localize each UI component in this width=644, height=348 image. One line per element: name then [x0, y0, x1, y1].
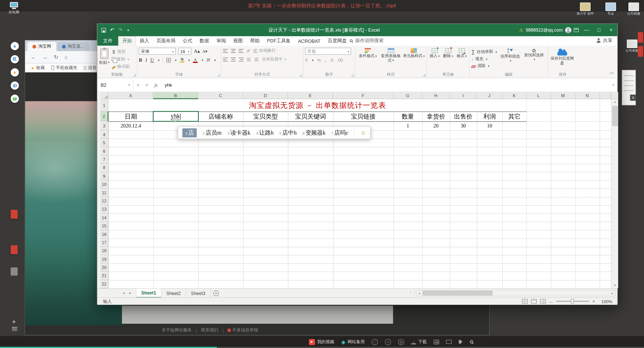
- phonetic-guide-icon[interactable]: 拼: [207, 58, 210, 63]
- ime-candidate-4[interactable]: 4让路h: [256, 129, 273, 136]
- column-header-G[interactable]: G: [393, 92, 422, 99]
- autosum-button[interactable]: ∑ 自动求和: [472, 49, 497, 55]
- column-header-I[interactable]: I: [450, 92, 477, 99]
- row-header-1[interactable]: 1: [100, 99, 108, 111]
- footer-link[interactable]: 关于短网址服务: [162, 327, 192, 333]
- scroll-right-icon[interactable]: [610, 290, 615, 296]
- zoom-out-icon[interactable]: [549, 299, 553, 304]
- underline-icon[interactable]: U: [150, 57, 154, 63]
- row-header-3[interactable]: 3: [100, 121, 108, 130]
- ie-browser-icon[interactable]: e: [11, 42, 19, 50]
- desktop-icon-0[interactable]: 第六节 初甲: [574, 3, 596, 16]
- id-app-icon[interactable]: iD: [11, 81, 19, 89]
- middle-align-icon[interactable]: [231, 48, 236, 53]
- player-play-button[interactable]: 我的视频: [309, 339, 334, 345]
- conditional-formatting-button[interactable]: 条件格式: [357, 48, 379, 72]
- minimize-button[interactable]: —: [580, 24, 593, 36]
- sheet-nav-left-icon[interactable]: [123, 291, 125, 295]
- formula-input[interactable]: yhk: [161, 83, 612, 87]
- new-sheet-button[interactable]: [213, 290, 219, 296]
- close-button[interactable]: ×: [605, 24, 617, 36]
- dialog-launcher-icon[interactable]: [217, 74, 220, 76]
- excel-titlebar[interactable]: ↶ ↷ 设计天下 - 出单数据统计一览表.xls [兼容模式] - Excel …: [97, 24, 617, 36]
- header-cell-F2[interactable]: 宝贝链接: [333, 111, 393, 121]
- column-header-D[interactable]: D: [243, 92, 288, 99]
- row-header-18[interactable]: 18: [100, 247, 108, 255]
- scroll-down-icon[interactable]: [612, 282, 618, 288]
- desktop-icon-1[interactable]: 毛去: [600, 3, 622, 16]
- row-header-20[interactable]: 20: [100, 263, 108, 272]
- percent-style-icon[interactable]: %: [317, 58, 321, 62]
- player-grid-button[interactable]: [434, 340, 439, 344]
- row-header-4[interactable]: 4: [100, 130, 108, 139]
- wangwang-icon[interactable]: 旺: [11, 55, 19, 63]
- phone-app-icon[interactable]: ☎: [11, 95, 19, 103]
- name-box[interactable]: B2: [97, 80, 133, 90]
- ribbon-tab-PDF工具集[interactable]: PDF工具集: [263, 36, 294, 46]
- delete-cells-button[interactable]: 删除: [442, 48, 454, 72]
- ribbon-tab-插入[interactable]: 插入: [136, 36, 153, 46]
- red-badge-icon[interactable]: [638, 32, 643, 43]
- align-right-icon[interactable]: [239, 57, 243, 61]
- ribbon-display-options-icon[interactable]: [574, 28, 579, 32]
- cell-G3[interactable]: 1: [393, 121, 422, 130]
- insert-function-icon[interactable]: fx: [152, 83, 160, 87]
- accounting-format-icon[interactable]: ¥: [305, 58, 307, 62]
- copy-button[interactable]: 复制: [112, 56, 130, 62]
- red-badge-icon[interactable]: [638, 46, 643, 57]
- bottom-align-icon[interactable]: [239, 48, 243, 53]
- align-left-icon[interactable]: [223, 57, 228, 61]
- row-header-17[interactable]: 17: [100, 238, 108, 247]
- ime-candidate-7[interactable]: 7店吗c: [331, 129, 348, 136]
- cell-J3[interactable]: 10: [477, 121, 502, 130]
- italic-icon[interactable]: I: [145, 57, 147, 63]
- row-header-19[interactable]: 19: [100, 255, 108, 263]
- player-zoom-button[interactable]: [470, 340, 473, 343]
- header-cell-J2[interactable]: 利润: [477, 111, 502, 121]
- row-header-12[interactable]: 12: [100, 197, 108, 205]
- desktop-icon-2[interactable]: 公司相册: [623, 3, 644, 16]
- ime-candidate-1[interactable]: 1店: [182, 128, 197, 137]
- ribbon-tab-ACROBAT[interactable]: ACROBAT: [294, 36, 324, 46]
- format-as-table-button[interactable]: 套用表格格式: [379, 48, 402, 72]
- player-target-button[interactable]: [398, 339, 404, 345]
- footer-link[interactable]: 不良信息举报: [228, 327, 258, 333]
- zoom-slider[interactable]: [556, 301, 589, 302]
- zoom-in-icon[interactable]: [592, 299, 595, 304]
- ribbon-tab-页面布局[interactable]: 页面布局: [153, 36, 179, 46]
- header-cell-G2[interactable]: 数量: [393, 111, 422, 121]
- wrap-text-button[interactable]: 自动换行: [253, 48, 276, 54]
- column-header-E[interactable]: E: [288, 92, 333, 99]
- row-header-6[interactable]: 6: [100, 147, 108, 156]
- row-header-9[interactable]: 9: [100, 172, 108, 180]
- select-all-button[interactable]: [100, 92, 108, 99]
- clear-button[interactable]: 清除: [472, 63, 497, 69]
- sheet-tab-Sheet1[interactable]: Sheet1: [136, 289, 161, 298]
- desktop-icon-this-pc[interactable]: 此电脑: [5, 2, 23, 15]
- shrink-font-icon[interactable]: A▾: [202, 49, 208, 54]
- red-app-icon[interactable]: [11, 210, 18, 219]
- dialog-launcher-icon[interactable]: [299, 74, 302, 76]
- ime-candidate-3[interactable]: 3读卡器k: [227, 129, 251, 136]
- row-header-11[interactable]: 11: [100, 189, 108, 197]
- maximize-button[interactable]: □: [593, 24, 605, 36]
- row-header-15[interactable]: 15: [100, 222, 108, 230]
- tab-splitter-icon[interactable]: [409, 290, 417, 294]
- increase-decimal-icon[interactable]: .0: [330, 58, 333, 62]
- row-header-10[interactable]: 10: [100, 180, 108, 189]
- grow-font-icon[interactable]: A▴: [194, 48, 200, 54]
- cell-H3[interactable]: 20: [422, 121, 450, 130]
- increase-indent-icon[interactable]: [255, 57, 258, 61]
- qat-customize-icon[interactable]: [127, 27, 129, 33]
- bookmark-item[interactable]: 语音: [84, 65, 97, 71]
- save-icon[interactable]: [101, 28, 106, 32]
- borders-dropdown-icon[interactable]: [174, 57, 176, 63]
- header-cell-A2[interactable]: 日期: [108, 111, 153, 121]
- avatar[interactable]: [565, 27, 571, 33]
- refresh-icon[interactable]: ↻: [54, 54, 58, 60]
- ribbon-tab-视图[interactable]: 视图: [230, 36, 246, 46]
- column-header-L[interactable]: L: [527, 92, 551, 99]
- player-speaker-button[interactable]: [459, 340, 463, 343]
- player-diamond-button[interactable]: 网站备用: [341, 339, 365, 345]
- row-header-7[interactable]: 7: [100, 155, 108, 164]
